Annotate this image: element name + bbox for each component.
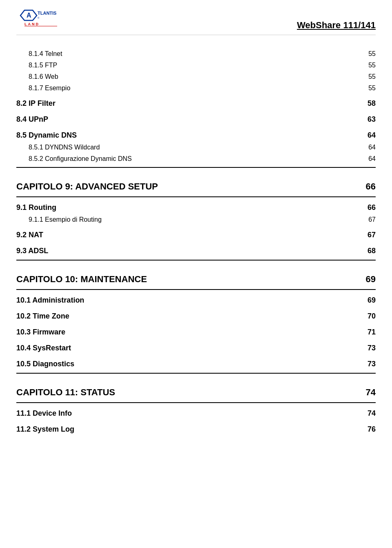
toc-label: 10.5 Diagnostics bbox=[16, 360, 359, 368]
toc-entry-entry-8-1-4: 8.1.4 Telnet55 bbox=[16, 49, 376, 59]
logo-area: A TLANTIS ® LAND bbox=[16, 8, 69, 31]
toc-page-number: 55 bbox=[359, 73, 376, 80]
toc-page-number: 76 bbox=[359, 425, 376, 434]
toc-entry-entry-8-2: 8.2 IP Filter58 bbox=[16, 98, 376, 109]
toc-entry-chapter-11: CAPITOLO 11: STATUS74 bbox=[16, 386, 376, 399]
toc-label: 9.1.1 Esempio di Routing bbox=[29, 216, 359, 223]
toc-label: 8.1.7 Esempio bbox=[29, 85, 359, 92]
toc-label: CAPITOLO 9: ADVANCED SETUP bbox=[16, 181, 359, 192]
page-title: WebShare 111/141 bbox=[297, 20, 376, 31]
toc-page-number: 64 bbox=[359, 131, 376, 140]
svg-text:®: ® bbox=[38, 17, 40, 19]
toc-page-number: 55 bbox=[359, 50, 376, 58]
toc-page-number: 68 bbox=[359, 247, 376, 255]
toc-entry-entry-9-1: 9.1 Routing66 bbox=[16, 202, 376, 213]
svg-text:TLANTIS: TLANTIS bbox=[38, 11, 56, 16]
toc-label: 9.2 NAT bbox=[16, 231, 359, 239]
toc-label: 8.5 Dynamic DNS bbox=[16, 131, 359, 140]
toc-entry-entry-9-1-1: 9.1.1 Esempio di Routing67 bbox=[16, 215, 376, 225]
svg-text:A: A bbox=[27, 12, 31, 19]
toc-entry-entry-10-5: 10.5 Diagnostics73 bbox=[16, 359, 376, 370]
toc-page-number: 58 bbox=[359, 99, 376, 108]
toc-label: 8.1.6 Web bbox=[29, 73, 359, 80]
toc-entry-entry-10-3: 10.3 Firmware71 bbox=[16, 327, 376, 338]
toc-label: CAPITOLO 11: STATUS bbox=[16, 387, 359, 398]
toc-page-number: 74 bbox=[359, 409, 376, 418]
toc-page-number: 66 bbox=[359, 181, 376, 192]
toc-page-number: 64 bbox=[359, 144, 376, 151]
toc-page-number: 64 bbox=[359, 155, 376, 163]
toc-entry-entry-9-2: 9.2 NAT67 bbox=[16, 229, 376, 241]
svg-text:LAND: LAND bbox=[24, 22, 40, 26]
toc-entry-chapter-10: CAPITOLO 10: MAINTENANCE69 bbox=[16, 273, 376, 286]
toc-page-number: 69 bbox=[359, 296, 376, 305]
toc-page-number: 69 bbox=[359, 274, 376, 285]
toc-entry-entry-8-4: 8.4 UPnP63 bbox=[16, 114, 376, 125]
toc-label: 8.2 IP Filter bbox=[16, 99, 359, 108]
toc-page-number: 55 bbox=[359, 85, 376, 92]
toc-label: 8.5.2 Configurazione Dynamic DNS bbox=[29, 155, 359, 163]
toc-label: 8.5.1 DYNDNS Wildcard bbox=[29, 144, 359, 151]
toc-entry-entry-11-2: 11.2 System Log76 bbox=[16, 424, 376, 435]
toc-label: 10.3 Firmware bbox=[16, 328, 359, 336]
toc-label: 8.4 UPnP bbox=[16, 115, 359, 124]
toc-container: 8.1.4 Telnet558.1.5 FTP558.1.6 Web558.1.… bbox=[16, 43, 376, 441]
toc-label: 10.1 Administration bbox=[16, 296, 359, 305]
toc-page-number: 63 bbox=[359, 115, 376, 124]
toc-label: 8.1.5 FTP bbox=[29, 62, 359, 69]
toc-entry-entry-8-1-6: 8.1.6 Web55 bbox=[16, 72, 376, 82]
toc-entry-entry-10-1: 10.1 Administration69 bbox=[16, 295, 376, 306]
toc-page-number: 66 bbox=[359, 203, 376, 212]
toc-label: 11.2 System Log bbox=[16, 425, 359, 434]
chapter-divider-bottom bbox=[16, 196, 376, 197]
chapter-divider bbox=[16, 373, 376, 374]
toc-page-number: 55 bbox=[359, 62, 376, 69]
toc-label: CAPITOLO 10: MAINTENANCE bbox=[16, 274, 359, 285]
toc-page-number: 67 bbox=[359, 216, 376, 223]
toc-entry-entry-9-3: 9.3 ADSL68 bbox=[16, 245, 376, 256]
chapter-divider bbox=[16, 260, 376, 261]
toc-entry-entry-11-1: 11.1 Device Info74 bbox=[16, 408, 376, 419]
chapter-divider-bottom bbox=[16, 402, 376, 403]
toc-entry-entry-8-1-5: 8.1.5 FTP55 bbox=[16, 60, 376, 70]
toc-label: 10.2 Time Zone bbox=[16, 312, 359, 321]
toc-page-number: 70 bbox=[359, 312, 376, 321]
toc-entry-entry-8-5-1: 8.5.1 DYNDNS Wildcard64 bbox=[16, 143, 376, 152]
toc-page-number: 71 bbox=[359, 328, 376, 336]
toc-label: 10.4 SysRestart bbox=[16, 344, 359, 352]
toc-entry-entry-8-1-7: 8.1.7 Esempio55 bbox=[16, 83, 376, 93]
chapter-divider bbox=[16, 167, 376, 168]
toc-entry-entry-10-4: 10.4 SysRestart73 bbox=[16, 343, 376, 354]
toc-page-number: 67 bbox=[359, 231, 376, 239]
toc-label: 9.3 ADSL bbox=[16, 247, 359, 255]
toc-page-number: 74 bbox=[359, 387, 376, 398]
toc-entry-entry-8-5-2: 8.5.2 Configurazione Dynamic DNS64 bbox=[16, 154, 376, 164]
toc-entry-entry-10-2: 10.2 Time Zone70 bbox=[16, 311, 376, 322]
atlantis-logo: A TLANTIS ® LAND bbox=[16, 8, 69, 31]
toc-entry-chapter-9: CAPITOLO 9: ADVANCED SETUP66 bbox=[16, 180, 376, 193]
toc-page-number: 73 bbox=[359, 360, 376, 368]
toc-entry-entry-8-5: 8.5 Dynamic DNS64 bbox=[16, 130, 376, 141]
toc-page-number: 73 bbox=[359, 344, 376, 352]
toc-label: 8.1.4 Telnet bbox=[29, 50, 359, 58]
toc-label: 9.1 Routing bbox=[16, 203, 359, 212]
toc-label: 11.1 Device Info bbox=[16, 409, 359, 418]
chapter-divider-bottom bbox=[16, 289, 376, 290]
page-header: A TLANTIS ® LAND WebShare 111/141 bbox=[16, 8, 376, 35]
